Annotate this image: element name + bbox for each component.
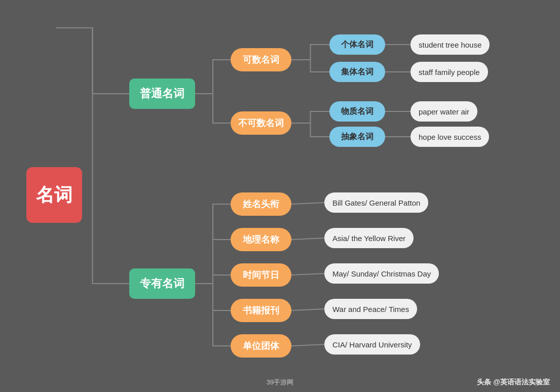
collective-label: 集体名词 <box>341 67 374 77</box>
watermark2: 头条 @英语语法实验室 <box>477 378 550 387</box>
root-label: 名词 <box>36 183 72 208</box>
ex-material: paper water air <box>410 101 477 122</box>
node-name: 姓名头衔 <box>231 192 291 216</box>
ex-time: May/ Sunday/ Christmas Day <box>324 263 439 284</box>
ex-name: Bill Gates/ General Patton <box>324 192 428 213</box>
ex-collective: staff family people <box>410 62 488 82</box>
svg-line-4 <box>291 203 324 204</box>
svg-line-5 <box>291 238 324 240</box>
svg-line-8 <box>291 344 324 346</box>
countable-label: 可数名词 <box>243 54 279 66</box>
ex-org: CIA/ Harvard University <box>324 334 420 355</box>
geo-label: 地理名称 <box>243 233 279 246</box>
node-uncountable: 不可数名词 <box>231 111 291 135</box>
abstract-label: 抽象名词 <box>341 132 374 142</box>
node-material: 物质名词 <box>329 101 385 122</box>
svg-line-6 <box>291 273 324 275</box>
common-label: 普通名词 <box>140 86 184 101</box>
node-book: 书籍报刊 <box>231 299 291 322</box>
ex-geo: Asia/ the Yellow River <box>324 228 414 248</box>
node-countable: 可数名词 <box>231 48 291 71</box>
node-time: 时间节日 <box>231 263 291 287</box>
node-abstract: 抽象名词 <box>329 127 385 147</box>
name-label: 姓名头衔 <box>243 198 279 210</box>
node-common: 普通名词 <box>129 79 195 109</box>
book-label: 书籍报刊 <box>243 304 279 317</box>
time-label: 时间节日 <box>243 269 279 281</box>
uncountable-label: 不可数名词 <box>238 117 284 129</box>
svg-line-7 <box>291 309 324 310</box>
node-collective: 集体名词 <box>329 62 385 82</box>
ex-book: War and Peace/ Times <box>324 299 417 319</box>
diagram: 名词 普通名词 专有名词 可数名词 不可数名词 姓名头衔 地理名称 时间节日 书… <box>0 0 560 392</box>
node-org: 单位团体 <box>231 334 291 358</box>
ex-abstract: hope love success <box>410 127 489 147</box>
ex-individual: student tree house <box>410 34 490 55</box>
node-individual: 个体名词 <box>329 34 385 55</box>
node-geo: 地理名称 <box>231 228 291 251</box>
individual-label: 个体名词 <box>341 40 374 50</box>
org-label: 单位团体 <box>243 340 279 352</box>
watermark1: 39手游网 <box>267 378 293 387</box>
root-node: 名词 <box>26 167 82 223</box>
proper-label: 专有名词 <box>140 276 184 291</box>
material-label: 物质名词 <box>341 106 374 117</box>
node-proper: 专有名词 <box>129 268 195 299</box>
